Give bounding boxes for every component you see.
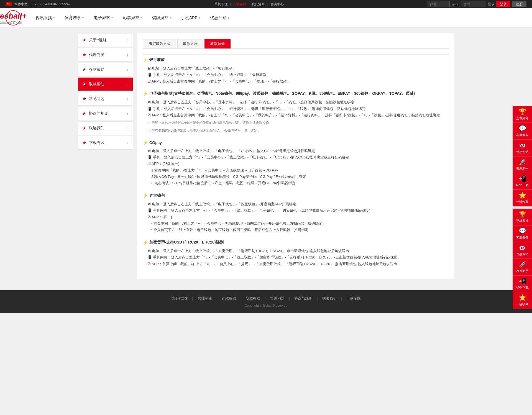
nav-mobile-app[interactable]: 手机APP ▾ <box>176 8 205 28</box>
footer-link-faq[interactable]: 常见问题 <box>270 296 285 301</box>
link-member-center[interactable]: 会员中心 <box>270 2 284 7</box>
nav-sports[interactable]: 体育赛事 ▾ <box>60 8 89 28</box>
app-download-icon: 📲 <box>519 175 526 182</box>
footer-link-about[interactable]: 关于e世珑 <box>171 296 188 301</box>
show-password-btn[interactable]: 显示 <box>488 2 494 7</box>
tab-bind-withdrawal[interactable]: 绑定取款方式 <box>143 39 176 48</box>
register-button[interactable]: 注册 <box>512 1 526 7</box>
main-wrapper: ★ 关于e世珑 › ★ 代理制度 › ★ 存款帮助 › ★ 取款帮助 › ★ 常… <box>72 28 460 285</box>
star-icon: ★ <box>82 81 86 87</box>
pc-icon: 🖥 <box>147 100 152 104</box>
link-my-rebate[interactable]: 我的返水 <box>252 2 265 7</box>
app-icon: ☑ <box>147 79 152 83</box>
language-selector[interactable]: 简体中文 <box>14 2 28 7</box>
footer-link-download[interactable]: 下载专区 <box>346 296 361 301</box>
section-crypto: ⚡ 加密货币-支持USDT(TRC20、ERC20)链别 🖥 电脑：登入后点击右… <box>143 240 449 267</box>
right-btn-service[interactable]: 💬 客服服务 <box>513 123 532 140</box>
sidebar-item-about[interactable]: ★ 关于e世珑 › <box>78 33 133 47</box>
mobile-icon: 📱 <box>147 255 153 259</box>
right-btn-service2[interactable]: 💬 客服服务 <box>513 225 532 242</box>
cgpay-line-mobile: 📱 手机：登入后点击左上方「≡」-「会员中心」-「线上取款」-「电子钱包」-「C… <box>143 154 449 160</box>
chevron-down-icon: ▾ <box>111 16 113 19</box>
nav-lottery[interactable]: 彩票游戏 ▾ <box>118 8 147 28</box>
star-icon: ★ <box>82 96 86 101</box>
divider <box>143 54 449 55</box>
nav-live-video[interactable]: 视讯直播 ▾ <box>30 8 60 28</box>
right-btn-promo2[interactable]: 🎟 优惠专站 <box>513 242 532 259</box>
right-btn-divider <box>513 206 532 209</box>
right-btn-agent[interactable]: 🚀 表差助手 <box>513 156 532 173</box>
ewallet-note-2: ※ 若您要想选Not钱包出款，钱包地址栏位请输入「No钱包帐号」进行绑定。 <box>143 128 449 134</box>
star-icon: ★ <box>82 125 86 131</box>
right-btn-bookmark[interactable]: ⭐ 一键收藏 <box>513 190 532 206</box>
chevron-right-icon: › <box>127 111 128 116</box>
top-bar-nav-links: 手机下注 | 在线客服 | 我的返水 | 会员中心 <box>214 2 283 7</box>
right-btn-app-download2[interactable]: 📲 APP 下载 <box>513 275 532 292</box>
section-goubao: ⚡ 购宝钱包 🖥 电脑：登入后点击右上方「线上取款」-「电子钱包」-「购宝钱包」… <box>143 193 449 233</box>
right-btn-promo[interactable]: 🎟 优惠专站 <box>513 140 532 156</box>
right-btn-app-download[interactable]: 📲 APP 下载 <box>513 173 532 189</box>
datetime-display: E.S.T 2024-08-04 09:55:47 <box>30 2 71 6</box>
right-btn-agent2[interactable]: 🚀 表差助手 <box>513 259 532 275</box>
login-button[interactable]: 登录 <box>496 1 510 7</box>
right-btn-bookmark2[interactable]: ⭐ 一键收藏 <box>513 292 532 309</box>
password-input[interactable] <box>461 1 486 7</box>
sidebar-item-faq[interactable]: ★ 常见问题 › <box>78 92 133 106</box>
sidebar-item-download[interactable]: ★ 下载专区 › <box>78 136 133 150</box>
tab-withdrawal-method[interactable]: 取款方法 <box>177 39 203 48</box>
star-icon: ★ <box>82 52 86 57</box>
sidebar-item-deposit[interactable]: ★ 存款帮助 › <box>78 63 133 76</box>
sidebar-item-agreement[interactable]: ★ 协议与规则 › <box>78 107 133 120</box>
top-bar-left: 🇨🇳 简体中文 E.S.T 2024-08-04 09:55:47 <box>6 2 71 7</box>
star-icon: ★ <box>82 37 86 43</box>
nav-promotions[interactable]: 优惠活动 ▾ <box>205 8 234 28</box>
section-bank: ⚡ 银行取款 🖥 电脑：登入后点击右上方「线上取款」-「银行取款」 📱 手机：登… <box>143 57 449 84</box>
service-icon: 💬 <box>519 125 526 132</box>
chevron-down-icon: ▾ <box>82 16 84 19</box>
username-suffix: @esb <box>451 2 459 6</box>
sidebar-item-agency[interactable]: ★ 代理制度 › <box>78 48 133 62</box>
promo2-icon: 🎟 <box>519 244 525 252</box>
right-btn-vip[interactable]: 🏆 至尊殿神 <box>513 106 532 123</box>
bookmark-icon: ⭐ <box>519 192 526 199</box>
bolt-icon: ⚡ <box>143 91 148 96</box>
nav-electronic[interactable]: 电子游艺 ▾ <box>89 8 118 28</box>
right-btn-vip2[interactable]: 🏆 至尊殿神 <box>513 209 532 225</box>
star-icon: ★ <box>82 111 86 116</box>
flag-icon: 🇨🇳 <box>6 2 12 6</box>
cgpay-step-2: 2.输入CG Pay手机号(须加上国码加+86)或邮箱号→CG Pay安全码→C… <box>143 173 449 180</box>
footer-link-agency[interactable]: 代理制度 <box>198 296 212 301</box>
link-online-service[interactable]: 在线客服 <box>233 2 246 7</box>
section-title-bank: ⚡ 银行取款 <box>143 57 449 62</box>
app-icon: ☑ <box>147 162 152 166</box>
sidebar-item-contact[interactable]: ★ 联络我们 › <box>78 121 133 135</box>
footer-link-deposit[interactable]: 存款帮助 <box>222 296 236 301</box>
section-title-crypto: ⚡ 加密货币-支持USDT(TRC20、ERC20)链别 <box>143 240 449 245</box>
nav-chess[interactable]: 棋牌游戏 ▾ <box>147 8 176 28</box>
chevron-down-icon: ▾ <box>140 16 142 19</box>
goubao-step-2: • 登入首页下方→线上存款→电子钱包→购宝钱包→截图二维码→开启钱包右上方扫码器… <box>143 227 449 233</box>
content-area: 绑定取款方式 取款方法 取款须知 ⚡ 银行取款 🖥 电脑：登入后点击右上方「线上… <box>137 33 454 279</box>
footer-link-contact[interactable]: 联络我们 <box>322 296 337 301</box>
bank-line-app: ☑ APP：登入后点击首页中间「我的」/右上方「≡」-「会员中心」「提现」-「银… <box>143 78 449 84</box>
chevron-right-icon: › <box>127 53 128 57</box>
sidebar-item-withdrawal[interactable]: ★ 取款帮助 › <box>78 77 133 91</box>
right-floating-panel: 🏆 至尊殿神 💬 客服服务 🎟 优惠专站 🚀 表差助手 📲 APP 下载 ⭐ 一… <box>513 106 532 309</box>
goubao-step-1: • 首页中间「我的」/右上方「≡」→会员中心→充值或提现→截图二维码→开启钱包右… <box>143 220 449 227</box>
ewallet-line-mobile: 📱 手机：登入后点击左上方「≡」-「会员中心」-「银行资料」，选择「银行卡/钱包… <box>143 106 449 112</box>
pc-icon: 🖥 <box>147 202 152 206</box>
section-title-goubao: ⚡ 购宝钱包 <box>143 193 449 198</box>
bank-line-pc: 🖥 电脑：登入后点击右上方「线上取款」-「银行取款」 <box>143 65 449 71</box>
footer-link-withdrawal[interactable]: 取款帮助 <box>246 296 260 301</box>
logo[interactable]: esball+ www.esb717.com <box>6 10 22 25</box>
link-mobile-bet[interactable]: 手机下注 <box>214 2 228 7</box>
pc-icon: 🖥 <box>147 249 152 253</box>
username-input[interactable] <box>428 1 450 7</box>
chevron-down-icon: ▾ <box>53 16 55 19</box>
chevron-down-icon: ▾ <box>228 16 229 19</box>
chevron-right-icon: › <box>127 97 128 101</box>
footer-link-agreement[interactable]: 协议与规则 <box>294 296 312 301</box>
bolt-icon: ⚡ <box>143 193 148 198</box>
crypto-line-mobile: 📱 手机网页：登入后点击左上方「≡」-「会员中心」-「线上取款」-「加密货币取款… <box>143 254 449 260</box>
tab-withdrawal-notice[interactable]: 取款须知 <box>204 39 231 48</box>
